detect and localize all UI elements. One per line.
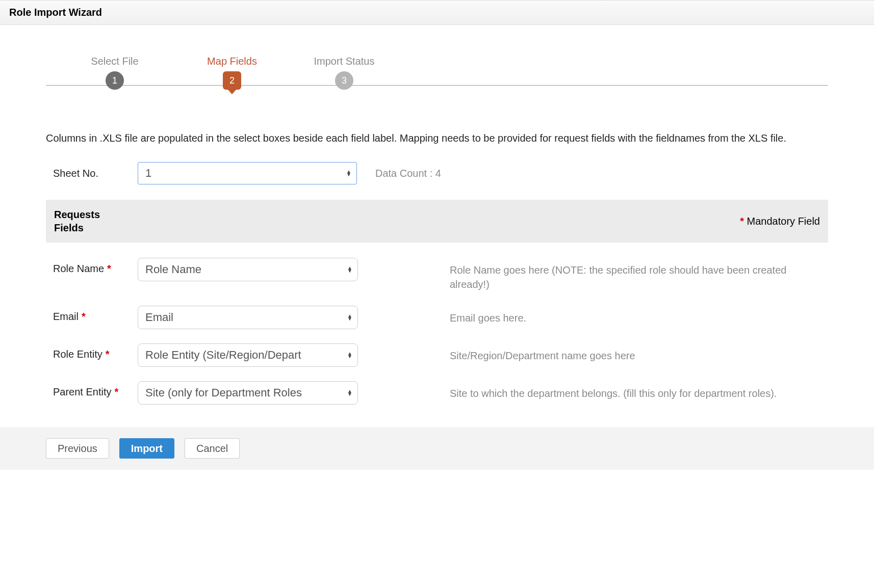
sheet-row: Sheet No. 1 ▲▼ Data Count : 4 (46, 162, 828, 184)
role-name-select[interactable]: Role Name ▲▼ (138, 258, 358, 281)
mandatory-star-icon: * (740, 216, 744, 227)
role-name-value: Role Name (145, 263, 201, 276)
role-entity-value: Role Entity (Site/Region/Depart (145, 349, 301, 362)
step-marker: 3 (335, 71, 353, 90)
step-import-status[interactable]: Import Status 3 (301, 56, 388, 90)
step-marker: 2 (223, 71, 241, 90)
field-row-parent-entity: Parent Entity* Site (only for Department… (46, 381, 828, 405)
email-hint: Email goes here. (358, 306, 828, 325)
requests-fields-title: RequestsFields (54, 208, 100, 234)
parent-entity-label: Parent Entity* (46, 381, 138, 398)
instructions-text: Columns in .XLS file are populated in th… (46, 130, 828, 146)
email-select[interactable]: Email ▲▼ (138, 306, 358, 329)
required-star-icon: * (82, 311, 86, 322)
required-star-icon: * (106, 349, 110, 360)
select-arrows-icon: ▲▼ (347, 352, 352, 358)
email-value: Email (145, 311, 173, 324)
sheet-no-label: Sheet No. (46, 168, 138, 179)
step-label: Map Fields (189, 56, 275, 67)
field-row-role-name: Role Name* Role Name ▲▼ Role Name goes h… (46, 258, 828, 291)
parent-entity-hint: Site to which the department belongs. (f… (358, 381, 828, 400)
step-label: Select File (71, 56, 158, 67)
import-button[interactable]: Import (119, 438, 174, 459)
sheet-no-select[interactable]: 1 ▲▼ (138, 162, 357, 184)
parent-entity-select[interactable]: Site (only for Department Roles ▲▼ (138, 381, 358, 405)
field-row-role-entity: Role Entity* Role Entity (Site/Region/De… (46, 343, 828, 367)
email-label: Email* (46, 306, 138, 323)
page-title: Role Import Wizard (9, 7, 865, 18)
parent-entity-value: Site (only for Department Roles (145, 386, 302, 399)
sheet-no-value: 1 (145, 167, 151, 180)
cancel-button[interactable]: Cancel (185, 438, 240, 459)
step-label: Import Status (301, 56, 388, 67)
select-arrows-icon: ▲▼ (347, 390, 352, 396)
data-count-label: Data Count : 4 (375, 168, 441, 179)
select-arrows-icon: ▲▼ (347, 314, 352, 320)
field-row-email: Email* Email ▲▼ Email goes here. (46, 306, 828, 329)
step-select-file[interactable]: Select File 1 (71, 56, 158, 90)
required-star-icon: * (107, 263, 111, 274)
requests-fields-header: RequestsFields * Mandatory Field (46, 200, 828, 243)
role-entity-select[interactable]: Role Entity (Site/Region/Depart ▲▼ (138, 343, 358, 367)
select-arrows-icon: ▲▼ (347, 266, 352, 273)
role-entity-hint: Site/Region/Department name goes here (358, 343, 828, 363)
step-map-fields[interactable]: Map Fields 2 (189, 56, 275, 90)
role-name-label: Role Name* (46, 258, 138, 275)
mandatory-field-note: * Mandatory Field (740, 216, 820, 227)
select-arrows-icon: ▲▼ (346, 170, 351, 176)
role-name-hint: Role Name goes here (NOTE: the specified… (358, 258, 828, 291)
role-entity-label: Role Entity* (46, 343, 138, 360)
previous-button[interactable]: Previous (46, 438, 109, 459)
footer-buttons: Previous Import Cancel (0, 427, 874, 470)
step-marker: 1 (106, 71, 124, 90)
required-star-icon: * (115, 386, 119, 397)
content-area: Select File 1 Map Fields 2 Import Status… (0, 25, 874, 405)
stepper: Select File 1 Map Fields 2 Import Status… (46, 56, 828, 90)
page-header: Role Import Wizard (0, 0, 874, 25)
